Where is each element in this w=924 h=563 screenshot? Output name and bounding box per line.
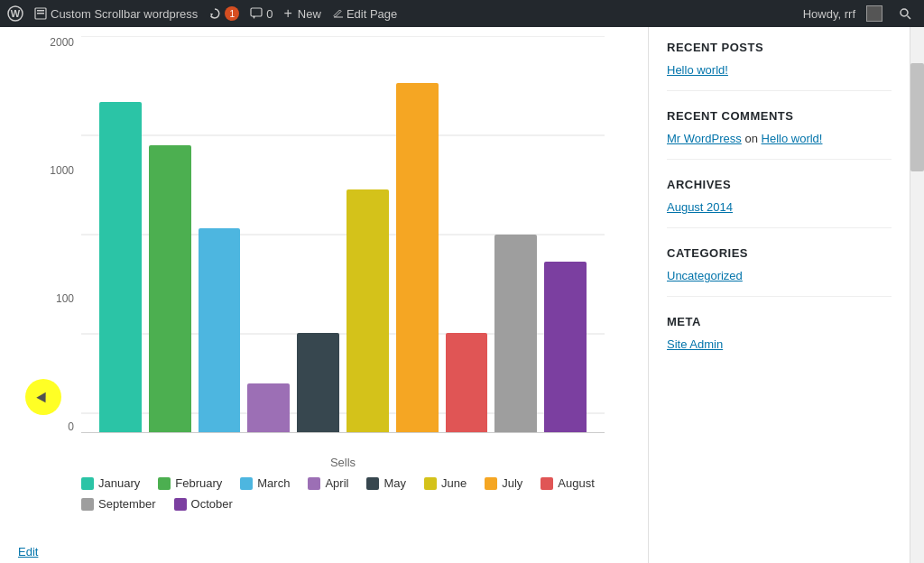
site-name-link[interactable]: Custom Scrollbar wordpress xyxy=(34,7,198,21)
bar-march xyxy=(199,228,241,432)
legend-label-july: July xyxy=(502,476,522,490)
wp-logo[interactable]: W xyxy=(7,5,23,22)
svg-text:W: W xyxy=(11,8,21,19)
bar-september xyxy=(494,235,537,432)
svg-point-9 xyxy=(901,9,908,16)
comment-post-link[interactable]: Hello world! xyxy=(762,132,823,145)
scrollbar-thumb[interactable] xyxy=(910,63,924,171)
howdy-text: Howdy, rrf xyxy=(803,7,855,21)
new-label: New xyxy=(298,7,321,21)
legend-color-january xyxy=(81,477,94,490)
legend-color-march xyxy=(240,477,253,490)
legend-item-october: October xyxy=(174,497,233,511)
legend-label-april: April xyxy=(325,476,348,490)
legend-label-january: January xyxy=(98,476,140,490)
chart-legend: JanuaryFebruaryMarchAprilMayJuneJulyAugu… xyxy=(18,476,630,511)
legend-color-september xyxy=(81,498,94,511)
legend-item-january: January xyxy=(81,476,140,490)
comments-link[interactable]: 0 xyxy=(250,7,273,21)
bar-february xyxy=(149,145,191,432)
bar-may xyxy=(297,333,339,432)
y-axis: 0 100 1000 2000 xyxy=(18,36,81,433)
sidebar: RECENT POSTS Hello world! RECENT COMMENT… xyxy=(648,27,910,563)
search-icon[interactable] xyxy=(893,2,917,25)
legend-label-august: August xyxy=(558,476,594,490)
bar-july xyxy=(396,83,439,432)
new-link[interactable]: + New xyxy=(284,5,321,22)
legend-item-august: August xyxy=(541,476,594,490)
y-label-2000: 2000 xyxy=(50,36,74,49)
archives-section: ARCHIVES August 2014 xyxy=(667,178,892,228)
legend-item-july: July xyxy=(485,476,522,490)
recent-comments-heading: RECENT COMMENTS xyxy=(667,109,892,123)
recent-posts-heading: RECENT POSTS xyxy=(667,41,892,54)
comment-on: on xyxy=(744,132,757,145)
legend-color-august xyxy=(541,477,553,490)
svg-rect-4 xyxy=(37,13,44,14)
categories-heading: CATEGORIES xyxy=(667,246,892,260)
chart-container: 0 100 1000 2000 Sells xyxy=(18,36,614,469)
legend-color-may xyxy=(366,477,379,490)
scrollbar-track[interactable] xyxy=(910,27,924,563)
legend-label-june: June xyxy=(441,476,467,490)
cursor-arrow xyxy=(36,392,50,406)
bar-april xyxy=(247,383,290,432)
legend-item-february: February xyxy=(158,476,222,490)
bar-october xyxy=(544,262,587,432)
edit-bottom-link[interactable]: Edit xyxy=(18,545,38,558)
cursor-indicator xyxy=(25,379,61,415)
site-title: Custom Scrollbar wordpress xyxy=(51,7,198,21)
chart-plot-area xyxy=(81,36,605,433)
updates-badge: 1 xyxy=(225,6,239,21)
admin-bar: W Custom Scrollbar wordpress 1 0 + New E… xyxy=(0,0,924,27)
category-link-0[interactable]: Uncategorized xyxy=(667,269,743,282)
svg-marker-7 xyxy=(253,16,255,19)
legend-color-april xyxy=(308,477,320,490)
legend-item-september: September xyxy=(81,497,156,511)
legend-label-march: March xyxy=(257,476,290,490)
legend-item-march: March xyxy=(240,476,290,490)
chart-x-title: Sells xyxy=(81,456,605,469)
y-label-1000: 1000 xyxy=(50,164,74,177)
y-label-100: 100 xyxy=(56,292,74,305)
comment-author-link[interactable]: Mr WordPress xyxy=(667,132,742,145)
comments-count: 0 xyxy=(266,7,273,21)
meta-section: META Site Admin xyxy=(667,315,892,365)
svg-line-10 xyxy=(908,16,911,20)
svg-rect-6 xyxy=(251,8,262,16)
updates-link[interactable]: 1 xyxy=(208,6,239,21)
categories-section: CATEGORIES Uncategorized xyxy=(667,246,892,297)
content-area: 0 100 1000 2000 Sells xyxy=(0,27,648,563)
legend-color-june xyxy=(424,477,437,490)
legend-item-june: June xyxy=(424,476,467,490)
chart-bars xyxy=(81,35,605,432)
recent-posts-section: RECENT POSTS Hello world! xyxy=(667,41,892,91)
legend-label-may: May xyxy=(383,476,406,490)
bar-january xyxy=(99,102,142,432)
comment-line-0: Mr WordPress on Hello world! xyxy=(667,132,892,145)
legend-label-february: February xyxy=(175,476,222,490)
archive-link-0[interactable]: August 2014 xyxy=(667,200,733,214)
legend-color-october xyxy=(174,498,187,511)
user-avatar[interactable] xyxy=(866,5,882,22)
meta-link-0[interactable]: Site Admin xyxy=(667,337,723,351)
meta-heading: META xyxy=(667,315,892,328)
legend-item-may: May xyxy=(366,476,406,490)
bar-june xyxy=(346,189,389,432)
legend-color-july xyxy=(485,477,497,490)
legend-label-september: September xyxy=(98,497,156,511)
recent-comments-section: RECENT COMMENTS Mr WordPress on Hello wo… xyxy=(667,109,892,160)
legend-label-october: October xyxy=(191,497,233,511)
edit-label: Edit Page xyxy=(346,7,397,21)
legend-item-april: April xyxy=(308,476,348,490)
edit-page-link[interactable]: Edit Page xyxy=(332,7,397,21)
bar-august xyxy=(446,333,488,432)
y-label-0: 0 xyxy=(68,420,74,433)
svg-rect-3 xyxy=(37,10,44,12)
legend-color-february xyxy=(158,477,171,490)
recent-post-link-0[interactable]: Hello world! xyxy=(667,63,728,77)
archives-heading: ARCHIVES xyxy=(667,178,892,191)
